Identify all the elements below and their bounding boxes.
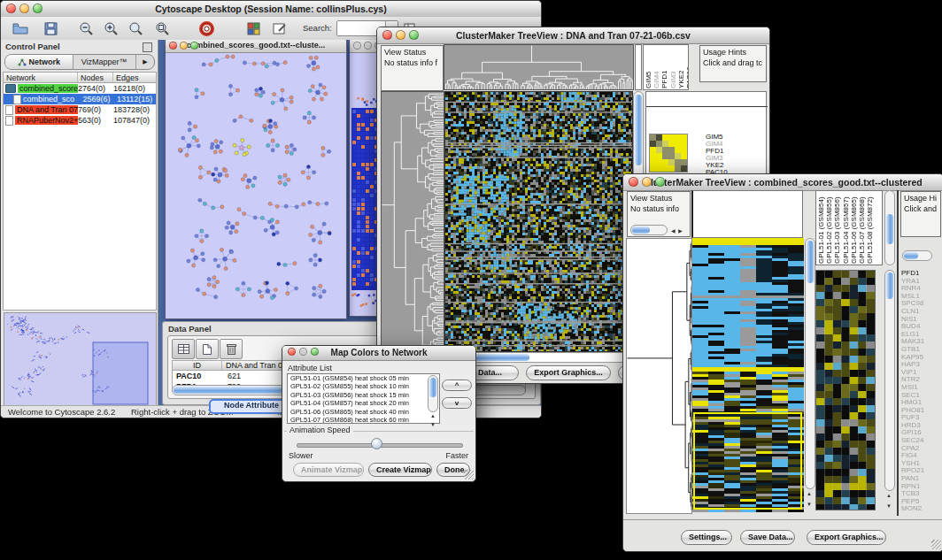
column-label[interactable]: GIM4 — [652, 46, 660, 88]
attribute-list-item[interactable]: GPL51-01 (GSM854) heat shock 05 min — [288, 374, 439, 382]
zoom-button[interactable] — [311, 348, 319, 356]
scroll-arrows[interactable]: ▲ ▼ — [430, 413, 436, 428]
tv1-mini-heatmap[interactable] — [649, 134, 688, 173]
save-session-button[interactable] — [40, 19, 61, 37]
column-label[interactable]: GPL51-01 (GSM854) — [817, 192, 825, 264]
scroll-arrows[interactable]: ▲ ▼ — [886, 493, 892, 510]
minimize-button[interactable] — [364, 42, 372, 50]
create-vizmap-button[interactable]: Create Vizmap — [368, 463, 432, 477]
tab-vizmapper[interactable]: VizMapper™ — [73, 55, 136, 69]
resize-grip[interactable] — [931, 540, 941, 549]
tv2-export-graphics-button[interactable]: Export Graphics... — [807, 530, 886, 545]
column-label[interactable]: GPL51-03 (GSM856) — [833, 192, 841, 264]
network-table-row[interactable]: RNAPuberNov2+ 563(0) 107847(0) — [4, 115, 156, 126]
attribute-list-item[interactable]: GPL51-02 (GSM855) heat shock 10 min — [288, 382, 439, 390]
open-file-button[interactable] — [10, 19, 31, 37]
vizmap-button[interactable] — [243, 19, 264, 37]
zoom-button[interactable] — [409, 30, 419, 40]
attribute-list-item[interactable]: GPL51-07 (GSM868) heat shock 60 min — [288, 416, 439, 424]
tv2-row-dendrogram[interactable] — [626, 238, 692, 514]
minimize-button[interactable] — [299, 348, 307, 356]
network-view-canvas[interactable] — [166, 53, 344, 318]
network-table-row[interactable]: combined_scores 2764(0) 16218(0) — [4, 83, 156, 94]
column-label[interactable]: GPL51-07 (GSM868) — [858, 192, 866, 264]
tv2-heatmap-vscrollbar[interactable] — [805, 238, 815, 489]
zoom-out-button[interactable] — [75, 19, 97, 37]
scroll-arrows[interactable]: ◀ ▶ — [671, 227, 683, 234]
minimize-button[interactable] — [19, 4, 29, 13]
column-label[interactable]: GPL51-02 (GSM855) — [825, 192, 833, 264]
move-up-button[interactable]: ^ — [442, 380, 472, 391]
tv1-row-dendrogram[interactable] — [381, 91, 444, 352]
close-button[interactable] — [169, 42, 177, 50]
column-label[interactable]: PAC10 — [685, 46, 689, 88]
treeview2-titlebar[interactable]: ClusterMaker TreeView : combined_scores_… — [623, 174, 942, 191]
attribute-list-item[interactable]: GPL51-04 (GSM857) heat shock 20 min — [288, 399, 439, 407]
tv2-zoom-heatmap[interactable] — [815, 270, 876, 510]
tab-network[interactable]: Network — [5, 55, 73, 69]
attribute-list-item[interactable]: GPL51-06 (GSM865) heat shock 40 min — [288, 408, 439, 416]
scrollbar-thumb[interactable] — [807, 241, 814, 283]
minimize-button[interactable] — [396, 30, 405, 40]
slider-thumb[interactable] — [371, 438, 382, 449]
close-button[interactable] — [6, 4, 16, 13]
scrollbar-thumb[interactable] — [886, 272, 893, 299]
zoom-button[interactable] — [33, 4, 42, 13]
tv2-status-hscrollbar[interactable] — [630, 225, 668, 235]
attribute-list-vscrollbar[interactable] — [428, 375, 438, 412]
network-table-row[interactable]: combined_sco 2569(6) 13112(15) — [4, 94, 156, 104]
close-button[interactable] — [288, 348, 296, 356]
attribute-list-item[interactable]: GPL51-03 (GSM856) heat shock 15 min — [288, 391, 439, 399]
minimize-button[interactable] — [642, 177, 652, 187]
scrollbar-thumb[interactable] — [886, 214, 893, 244]
delete-attribute-button[interactable] — [220, 339, 243, 359]
network-overview-birdseye[interactable] — [4, 312, 157, 407]
tv2-gene-vscrollbar[interactable] — [884, 270, 895, 491]
zoom-in-button[interactable] — [100, 19, 121, 37]
close-button[interactable] — [353, 42, 361, 50]
gene-label[interactable]: MON2 — [901, 505, 941, 513]
help-button[interactable] — [196, 19, 217, 37]
tv1-heatmap[interactable] — [444, 91, 633, 352]
column-label[interactable]: GIM5 — [645, 46, 652, 88]
column-label[interactable]: GPL51-06 (GSM865) — [850, 192, 858, 264]
column-label[interactable]: GPL51-04 (GSM857) — [842, 192, 850, 264]
new-attribute-button[interactable] — [196, 339, 219, 359]
dialog-titlebar[interactable]: Map Colors to Network — [282, 346, 475, 361]
tab-overflow-arrow[interactable]: ▶ — [136, 55, 154, 69]
tv2-settings-button[interactable]: Settings... — [681, 530, 732, 545]
network-frame[interactable]: combined_scores_good.txt--cluste... — [165, 40, 347, 319]
annotation-button[interactable] — [269, 19, 290, 37]
tv2-hints-hscrollbar[interactable] — [902, 250, 932, 261]
scroll-arrows[interactable]: ▲ ▼ — [807, 491, 812, 509]
tv2-collabel-vscrollbar[interactable] — [884, 190, 895, 265]
zoom-selected-button[interactable] — [125, 19, 146, 37]
tv1-column-dendrogram[interactable] — [444, 44, 634, 90]
tv2-save-data-button[interactable]: Save Data... — [740, 530, 795, 545]
zoom-button[interactable] — [190, 42, 198, 50]
column-label[interactable]: GIM3 — [669, 46, 677, 88]
tv1-export-graphics-button[interactable]: Export Graphics... — [526, 365, 611, 380]
animate-vizmap-button[interactable]: Animate Vizmap — [293, 463, 364, 477]
minimize-button[interactable] — [180, 42, 188, 50]
zoom-button[interactable] — [655, 177, 665, 187]
network-table-row[interactable]: DNA and Tran 07 769(0) 183728(0) — [4, 104, 156, 115]
main-titlebar[interactable]: Cytoscape Desktop (Session Name: collins… — [1, 1, 541, 18]
resize-grip[interactable] — [464, 470, 474, 479]
scrollbar-thumb[interactable] — [635, 95, 642, 165]
close-button[interactable] — [382, 30, 392, 40]
scrollbar-thumb[interactable] — [904, 252, 918, 259]
close-button[interactable] — [629, 177, 638, 187]
scrollbar-thumb[interactable] — [632, 226, 650, 234]
treeview1-titlebar[interactable]: ClusterMaker TreeView : DNA and Tran 07-… — [377, 27, 769, 44]
move-down-button[interactable]: v — [442, 397, 472, 409]
tv2-heatmap[interactable] — [692, 238, 804, 512]
scrollbar-thumb[interactable] — [429, 378, 436, 397]
attribute-listbox[interactable]: GPL51-01 (GSM854) heat shock 05 minGPL51… — [287, 373, 440, 424]
column-label[interactable]: YKE2 — [677, 46, 685, 88]
column-label[interactable]: PFD1 — [660, 46, 668, 88]
network-frame-titlebar[interactable]: combined_scores_good.txt--cluste... — [166, 40, 346, 53]
zoom-fit-button[interactable] — [151, 19, 173, 37]
float-panel-icon[interactable] — [143, 42, 152, 52]
attribute-select-button[interactable] — [172, 339, 195, 359]
